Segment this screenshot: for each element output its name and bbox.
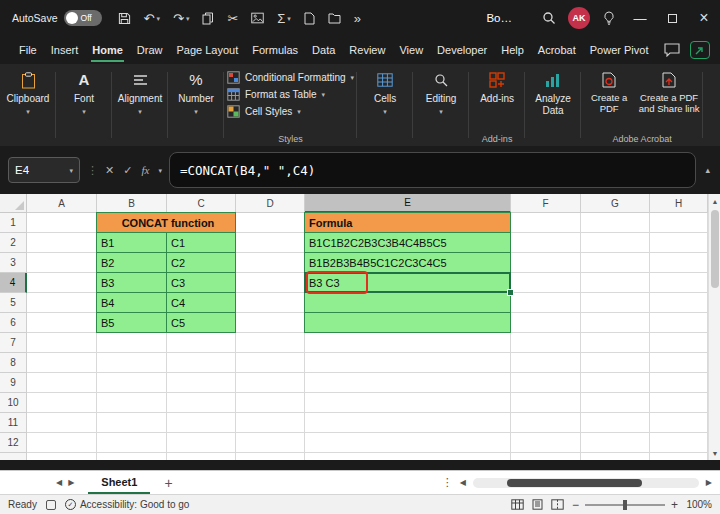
scroll-up-icon[interactable]: ▲	[709, 194, 720, 208]
add-ins-button[interactable]: Add-ins	[472, 67, 522, 105]
page-break-view-icon[interactable]	[551, 499, 564, 510]
row-header-10[interactable]: 10	[0, 393, 27, 413]
column-header-G[interactable]: G	[581, 194, 650, 213]
autosave-control[interactable]: AutoSave Off	[12, 10, 102, 26]
cell-C5[interactable]: C4	[166, 292, 236, 313]
previous-sheet-button[interactable]: ◀	[56, 478, 62, 487]
account-button[interactable]: AK	[564, 0, 594, 36]
row-header-5[interactable]: 5	[0, 293, 27, 313]
horizontal-scroll-thumb[interactable]	[507, 479, 643, 487]
zoom-in-button[interactable]: +	[671, 498, 678, 512]
fill-handle[interactable]	[507, 289, 514, 296]
ribbon-tab-acrobat[interactable]: Acrobat	[531, 36, 583, 64]
collapse-formula-bar-button[interactable]: ▴	[703, 165, 712, 175]
ribbon-tab-help[interactable]: Help	[494, 36, 531, 64]
row-header-1[interactable]: 1	[0, 213, 27, 233]
cell-C2[interactable]: C1	[166, 232, 236, 253]
row-header-4[interactable]: 4	[0, 273, 27, 293]
column-header-E[interactable]: E	[305, 194, 511, 213]
insert-function-button[interactable]: fx	[141, 164, 149, 176]
macro-record-icon[interactable]	[46, 500, 56, 510]
cell-styles-button[interactable]: Cell Styles ▾	[227, 105, 354, 118]
vertical-scrollbar[interactable]: ▲ ▼	[708, 194, 720, 460]
vertical-scroll-thumb[interactable]	[711, 210, 719, 288]
ribbon-tab-review[interactable]: Review	[342, 36, 392, 64]
format-as-table-button[interactable]: Format as Table ▾	[227, 88, 354, 101]
name-box-splitter[interactable]: ⋮	[87, 164, 98, 177]
restore-button[interactable]	[656, 0, 688, 36]
confirm-entry-button[interactable]: ✓	[123, 164, 132, 177]
analyze-data-button[interactable]: Analyze Data	[528, 67, 578, 116]
next-sheet-button[interactable]: ▶	[68, 478, 74, 487]
cell-B2[interactable]: B1	[96, 232, 167, 253]
tab-options-button[interactable]: ⋮	[442, 476, 453, 489]
whats-new-button[interactable]	[594, 0, 624, 36]
autosum-button[interactable]: Σ▾	[277, 12, 291, 25]
ribbon-tab-insert[interactable]: Insert	[44, 36, 86, 64]
cell-E5[interactable]	[304, 292, 511, 313]
autosave-toggle[interactable]: Off	[64, 10, 102, 26]
horizontal-scrollbar[interactable]	[473, 478, 699, 488]
styles-group-label[interactable]: Styles	[278, 131, 303, 146]
row-header-8[interactable]: 8	[0, 353, 27, 373]
cancel-entry-button[interactable]: ✕	[105, 164, 114, 177]
cell-B1[interactable]: CONCAT function	[96, 212, 236, 233]
cell-B6[interactable]: B5	[96, 312, 167, 333]
cells-button[interactable]: Cells ▾	[360, 67, 410, 115]
formula-input[interactable]: =CONCAT(B4," ",C4)	[169, 152, 697, 188]
row-header-9[interactable]: 9	[0, 373, 27, 393]
column-header-B[interactable]: B	[97, 194, 167, 213]
row-header-3[interactable]: 3	[0, 253, 27, 273]
zoom-out-button[interactable]: −	[572, 498, 579, 512]
cell-E1[interactable]: Formula	[304, 212, 511, 233]
undo-button[interactable]: ↶▾	[144, 12, 160, 25]
create-pdf-button[interactable]: Create a PDF	[584, 67, 634, 115]
cut-button[interactable]: ✂	[227, 12, 238, 25]
ribbon-tab-power-pivot[interactable]: Power Pivot	[583, 36, 656, 64]
cell-C4[interactable]: C3	[166, 272, 236, 293]
sheet-tab-sheet1[interactable]: Sheet1	[88, 471, 150, 494]
new-file-button[interactable]	[304, 12, 315, 25]
editing-button[interactable]: Editing ▾	[416, 67, 466, 115]
conditional-formatting-button[interactable]: Conditional Formatting ▾	[227, 71, 354, 84]
ribbon-tab-page-layout[interactable]: Page Layout	[169, 36, 245, 64]
cell-C3[interactable]: C2	[166, 252, 236, 273]
ribbon-tab-formulas[interactable]: Formulas	[245, 36, 305, 64]
column-header-D[interactable]: D	[236, 194, 305, 213]
ribbon-tab-home[interactable]: Home	[85, 36, 130, 64]
select-all-button[interactable]	[0, 194, 27, 213]
row-header-7[interactable]: 7	[0, 333, 27, 353]
page-layout-view-icon[interactable]	[531, 499, 544, 510]
row-header-6[interactable]: 6	[0, 313, 27, 333]
new-sheet-button[interactable]: +	[164, 475, 172, 491]
ribbon-tab-data[interactable]: Data	[305, 36, 342, 64]
zoom-slider[interactable]	[585, 504, 665, 506]
comments-button[interactable]	[664, 43, 680, 57]
insert-picture-button[interactable]	[251, 12, 264, 24]
worksheet-grid[interactable]: ABCDEFGH123456789101112CONCAT functionFo…	[0, 194, 708, 460]
accessibility-status[interactable]: ✓ Accessibility: Good to go	[65, 499, 190, 510]
open-file-button[interactable]	[328, 12, 341, 24]
alignment-button[interactable]: Alignment ▾	[115, 67, 165, 115]
column-header-F[interactable]: F	[511, 194, 581, 213]
ribbon-tab-developer[interactable]: Developer	[430, 36, 494, 64]
column-header-H[interactable]: H	[650, 194, 708, 213]
row-header-11[interactable]: 11	[0, 413, 27, 433]
cell-E2[interactable]: B1C1B2C2B3C3B4C4B5C5	[304, 232, 511, 253]
redo-button[interactable]: ↷▾	[173, 12, 189, 25]
scroll-down-icon[interactable]: ▼	[709, 446, 720, 460]
ribbon-tab-file[interactable]: File	[12, 36, 44, 64]
scroll-right-icon[interactable]: ▶	[706, 478, 712, 487]
copy-button[interactable]	[202, 12, 214, 25]
search-button[interactable]	[534, 0, 564, 36]
ribbon-tab-view[interactable]: View	[392, 36, 430, 64]
number-button[interactable]: % Number ▾	[171, 67, 221, 115]
cell-E6[interactable]	[304, 312, 511, 333]
font-button[interactable]: A Font ▾	[59, 67, 109, 115]
create-pdf-share-button[interactable]: Create a PDF and Share link	[638, 67, 700, 115]
row-header-12[interactable]: 12	[0, 433, 27, 453]
column-header-A[interactable]: A	[27, 194, 97, 213]
scroll-left-icon[interactable]: ◀	[460, 478, 466, 487]
cell-B3[interactable]: B2	[96, 252, 167, 273]
cell-B4[interactable]: B3	[96, 272, 167, 293]
